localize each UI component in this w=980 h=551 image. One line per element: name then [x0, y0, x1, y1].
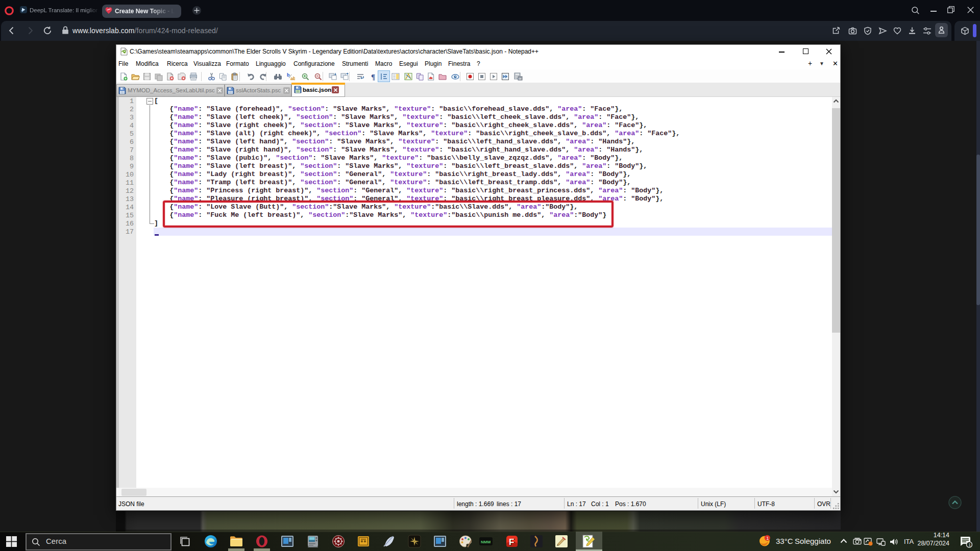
- svg-text:ab: ab: [290, 76, 295, 81]
- svg-text:NMM: NMM: [481, 540, 491, 544]
- svg-text:1: 1: [766, 536, 769, 541]
- svg-text:b: b: [287, 72, 290, 78]
- svg-text:ue: ue: [519, 77, 522, 80]
- svg-text:F: F: [509, 537, 514, 547]
- svg-text:¶: ¶: [371, 73, 375, 81]
- svg-text:1: 1: [968, 542, 971, 547]
